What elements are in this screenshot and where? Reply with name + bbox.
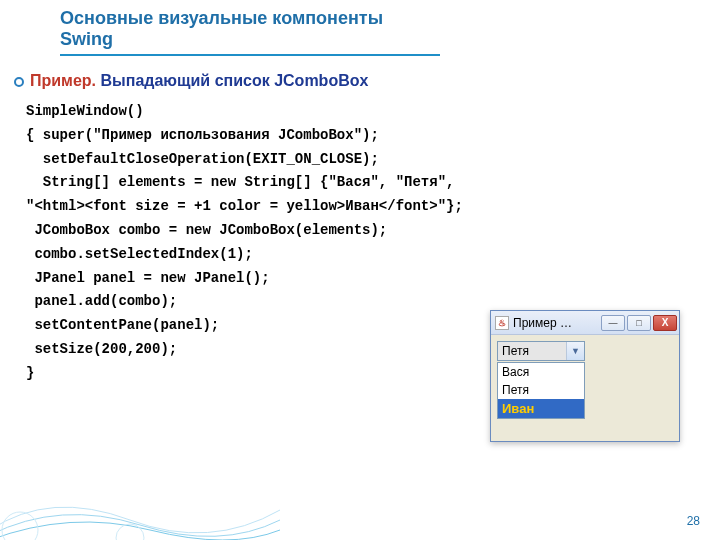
window-body: Петя ▼ Вася Петя Иван — [491, 335, 679, 441]
code-block: SimpleWindow() { super("Пример использов… — [26, 100, 463, 386]
java-icon: ♨ — [495, 316, 509, 330]
chevron-down-icon[interactable]: ▼ — [566, 342, 584, 360]
list-item[interactable]: Вася — [498, 363, 584, 381]
bullet-icon — [14, 77, 24, 87]
example-heading: Пример. Выпадающий список JComboBox — [30, 72, 368, 90]
titlebar[interactable]: ♨ Пример … — □ X — [491, 311, 679, 335]
example-word: Пример. — [30, 72, 96, 89]
close-button[interactable]: X — [653, 315, 677, 331]
combobox-selected: Петя — [498, 342, 566, 360]
list-item[interactable]: Иван — [498, 399, 584, 418]
swing-window: ♨ Пример … — □ X Петя ▼ Вася Петя Иван — [490, 310, 680, 442]
window-title: Пример … — [513, 316, 599, 330]
slide-title: Основные визуальные компоненты Swing — [60, 8, 440, 56]
example-desc: Выпадающий список JComboBox — [96, 72, 368, 89]
minimize-button[interactable]: — — [601, 315, 625, 331]
page-number: 28 — [687, 514, 700, 528]
list-item[interactable]: Петя — [498, 381, 584, 399]
maximize-button[interactable]: □ — [627, 315, 651, 331]
svg-point-0 — [2, 512, 38, 540]
decorative-waves-icon — [0, 480, 280, 540]
combobox-dropdown: Вася Петя Иван — [497, 362, 585, 419]
svg-point-1 — [116, 524, 144, 540]
combobox[interactable]: Петя ▼ — [497, 341, 585, 361]
